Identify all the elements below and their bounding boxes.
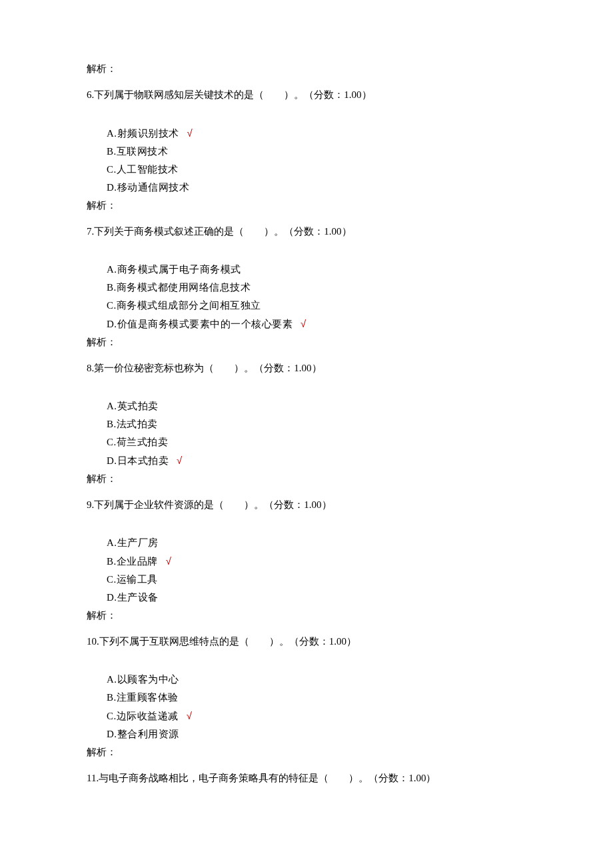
check-icon: √ [187,127,193,139]
question-number: 11. [87,773,99,783]
option-list: A.商务模式属于电子商务模式B.商务模式都使用网络信息技术C.商务模式组成部分之… [87,261,526,333]
question-text: 第一价位秘密竞标也称为（ ）。 [94,363,254,373]
option-list: A.生产厂房B.企业品牌√C.运输工具D.生产设备 [87,534,526,607]
option-list: A.以顾客为中心B.注重顾客体验C.边际收益递减√D.整合利用资源 [87,671,526,743]
option-text: 人工智能技术 [117,164,179,175]
option-letter: A. [107,537,117,548]
option-item: B.互联网技术 [107,143,526,161]
option-item: D.移动通信网技术 [107,179,526,197]
option-letter: B. [107,282,117,293]
option-text: 商务模式组成部分之间相互独立 [117,300,261,311]
option-letter: C. [107,164,117,175]
option-item: B.法式拍卖 [107,415,526,433]
analysis-label: 解析： [87,470,526,488]
question-stem: 8.第一价位秘密竞标也称为（ ）。（分数：1.00） [87,359,526,377]
option-text: 整合利用资源 [117,729,179,739]
option-item: C.边际收益递减√ [107,707,526,725]
option-text: 法式拍卖 [117,419,158,429]
check-icon: √ [166,555,172,567]
option-text: 企业品牌 [117,556,158,567]
option-letter: B. [107,556,117,567]
option-letter: D. [107,319,117,329]
question-stem: 7.下列关于商务模式叙述正确的是（ ）。（分数：1.00） [87,223,526,241]
option-text: 荷兰式拍卖 [117,437,169,447]
option-item: A.生产厂房 [107,534,526,552]
option-letter: A. [107,401,117,411]
option-letter: B. [107,146,117,157]
option-text: 注重顾客体验 [117,692,179,703]
question-number: 8. [87,363,94,373]
option-letter: D. [107,592,117,603]
option-item: C.人工智能技术 [107,161,526,179]
analysis-label: 解析： [87,607,526,625]
option-item: D.整合利用资源 [107,725,526,743]
question-number: 7. [87,226,94,237]
analysis-label: 解析： [87,333,526,351]
analysis-label: 解析： [87,197,526,215]
option-letter: D. [107,182,117,193]
option-item: B.注重顾客体验 [107,689,526,707]
option-item: A.英式拍卖 [107,397,526,415]
option-letter: A. [107,674,117,685]
question-text: 与电子商务战略相比，电子商务策略具有的特征是（ ）。 [99,773,368,783]
option-letter: A. [107,264,117,275]
option-text: 商务模式属于电子商务模式 [117,264,241,275]
question-text: 下列关于商务模式叙述正确的是（ ）。 [94,226,284,237]
option-text: 移动通信网技术 [117,182,190,193]
question-score: （分数：1.00） [289,636,356,647]
question-number: 9. [87,499,94,510]
question-text: 下列不属于互联网思维特点的是（ ）。 [99,636,289,647]
check-icon: √ [177,455,183,466]
option-item: D.价值是商务模式要素中的一个核心要素√ [107,315,526,333]
option-text: 生产厂房 [117,537,159,548]
option-item: A.以顾客为中心 [107,671,526,689]
option-item: A.射频识别技术√ [107,124,526,143]
question-text: 下列属于物联网感知层关键技术的是（ ）。 [94,89,304,100]
question-stem: 6.下列属于物联网感知层关键技术的是（ ）。（分数：1.00） [87,86,526,104]
option-text: 商务模式都使用网络信息技术 [117,282,251,293]
option-item: C.运输工具 [107,571,526,589]
option-text: 日本式拍卖 [117,455,169,466]
option-text: 射频识别技术 [117,128,179,139]
question-score: （分数：1.00） [264,499,331,510]
question-number: 6. [87,89,94,100]
question-stem: 10.下列不属于互联网思维特点的是（ ）。（分数：1.00） [87,633,526,651]
option-item: C.商务模式组成部分之间相互独立 [107,297,526,315]
option-text: 价值是商务模式要素中的一个核心要素 [117,319,293,329]
option-letter: A. [107,128,117,139]
question-stem: 9.下列属于企业软件资源的是（ ）。（分数：1.00） [87,496,526,514]
option-list: A.射频识别技术√B.互联网技术C.人工智能技术D.移动通信网技术 [87,124,526,197]
question-stem: 11.与电子商务战略相比，电子商务策略具有的特征是（ ）。（分数：1.00） [87,769,526,787]
option-text: 生产设备 [117,592,159,603]
option-text: 英式拍卖 [117,401,159,411]
analysis-label: 解析： [87,743,526,761]
question-number: 10. [87,636,99,647]
option-letter: D. [107,729,117,739]
question-score: （分数：1.00） [284,226,351,237]
check-icon: √ [187,710,193,721]
option-letter: B. [107,419,117,429]
top-analysis-label: 解析： [87,60,526,78]
option-item: B.商务模式都使用网络信息技术 [107,279,526,297]
option-text: 运输工具 [117,574,158,585]
option-item: C.荷兰式拍卖 [107,433,526,451]
option-item: D.日本式拍卖√ [107,451,526,470]
question-list: 6.下列属于物联网感知层关键技术的是（ ）。（分数：1.00）A.射频识别技术√… [87,86,526,787]
option-letter: C. [107,711,117,721]
option-item: B.企业品牌√ [107,552,526,571]
option-letter: C. [107,574,117,585]
option-text: 互联网技术 [117,146,169,157]
option-item: D.生产设备 [107,589,526,607]
option-letter: C. [107,300,117,311]
question-text: 下列属于企业软件资源的是（ ）。 [94,499,264,510]
question-score: （分数：1.00） [254,363,321,373]
option-item: A.商务模式属于电子商务模式 [107,261,526,279]
option-letter: B. [107,692,117,703]
option-text: 以顾客为中心 [117,674,179,685]
option-letter: C. [107,437,117,447]
option-letter: D. [107,455,117,466]
option-list: A.英式拍卖B.法式拍卖C.荷兰式拍卖D.日本式拍卖√ [87,397,526,470]
exam-page: 解析： 6.下列属于物联网感知层关键技术的是（ ）。（分数：1.00）A.射频识… [0,0,613,847]
option-text: 边际收益递减 [117,711,179,721]
question-score: （分数：1.00） [304,89,371,100]
